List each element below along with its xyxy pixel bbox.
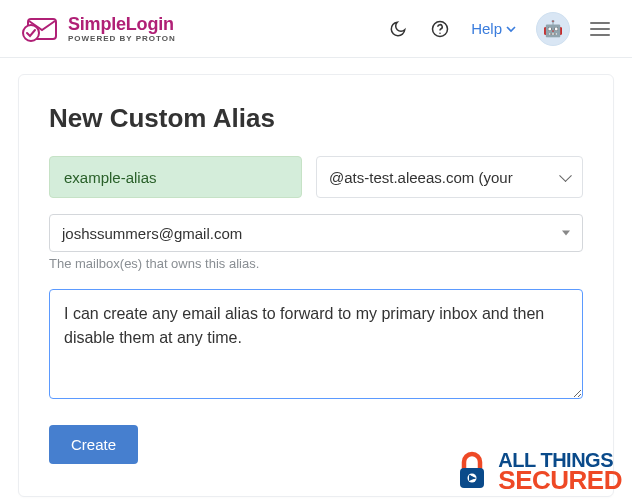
help-icon[interactable] [429, 18, 451, 40]
alias-prefix-input[interactable] [49, 156, 302, 198]
alias-domain-value: @ats-test.aleeas.com (your [329, 169, 513, 186]
alias-domain-select[interactable]: @ats-test.aleeas.com (your [316, 156, 583, 198]
mailbox-value: joshssummers@gmail.com [62, 225, 242, 242]
help-dropdown[interactable]: Help [471, 20, 516, 37]
create-button[interactable]: Create [49, 425, 138, 464]
hamburger-menu-icon[interactable] [590, 22, 610, 36]
help-label: Help [471, 20, 502, 37]
caret-down-icon [506, 20, 516, 37]
page-title: New Custom Alias [49, 103, 583, 134]
alias-note-input[interactable]: I can create any email alias to forward … [49, 289, 583, 399]
mailbox-select[interactable]: joshssummers@gmail.com [49, 214, 583, 252]
new-alias-card: New Custom Alias @ats-test.aleeas.com (y… [18, 74, 614, 497]
brand-name: SimpleLogin [68, 15, 176, 33]
brand[interactable]: SimpleLogin POWERED BY PROTON [22, 14, 176, 44]
avatar[interactable]: 🤖 [536, 12, 570, 46]
svg-point-3 [439, 32, 441, 34]
header-actions: Help 🤖 [387, 12, 610, 46]
svg-point-1 [23, 25, 39, 41]
mailbox-helper-text: The mailbox(es) that owns this alias. [49, 256, 583, 271]
dark-mode-icon[interactable] [387, 18, 409, 40]
brand-tagline: POWERED BY PROTON [68, 35, 176, 43]
top-bar: SimpleLogin POWERED BY PROTON Help 🤖 [0, 0, 632, 58]
logo-icon [22, 14, 58, 44]
